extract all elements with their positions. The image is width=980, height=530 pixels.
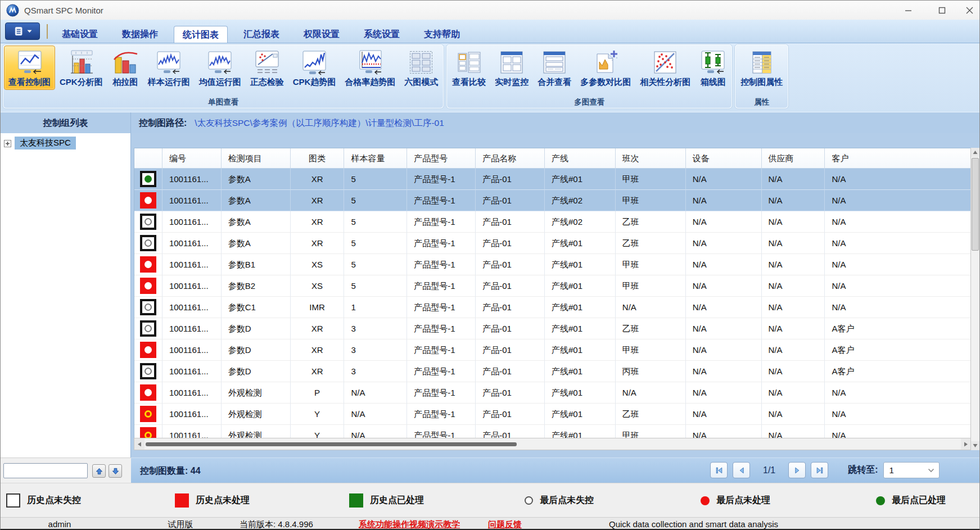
app-menu-button[interactable] [5,22,40,40]
table-row[interactable]: 1001161...参数B1XS5产品型号-1产品-01产线#01甲班N/AN/… [134,254,971,275]
menu-tab[interactable]: 支持帮助 [416,26,468,43]
minimize-button[interactable] [895,1,922,20]
maximize-button[interactable] [928,1,955,20]
ribbon-button[interactable]: 相关性分析图 [635,46,695,90]
table-row[interactable]: 1001161...参数AXR5产品型号-1产品-01产线#01甲班N/AN/A… [134,169,971,190]
table-cell: 5 [344,169,407,190]
table-row[interactable]: 1001161...参数DXR3产品型号-1产品-01产线#01丙班N/AN/A… [134,361,971,382]
column-header[interactable]: 班次 [616,148,686,169]
ribbon-button[interactable]: 正态检验 [246,46,288,90]
menu-tab[interactable]: 权限设置 [295,26,348,43]
close-button[interactable] [959,1,980,20]
vertical-scrollbar[interactable] [970,148,979,450]
table-cell: 产品型号-1 [407,339,476,361]
table-cell: 参数A [222,169,291,190]
table-row[interactable]: 1001161...参数C1IMR1产品型号-1产品-01产线#01N/AN/A… [134,297,971,318]
jump-page-select[interactable]: 1 [883,462,940,478]
vertical-scroll-thumb[interactable] [972,158,979,251]
table-row[interactable]: 1001161...外观检测YN/A产品型号-1产品-01产线#01乙班N/AN… [134,404,971,425]
table-cell: N/A [686,297,762,318]
column-header[interactable]: 产品名称 [476,148,545,169]
menu-tab[interactable]: 系统设置 [355,26,408,43]
ribbon-button[interactable]: 控制图属性 [736,46,787,90]
ribbon-button[interactable]: CPK趋势图 [288,46,341,90]
table-cell: 1001161... [162,404,222,425]
table-cell: N/A [686,275,762,297]
control-group-list-title: 控制组列表 [1,112,131,134]
ribbon-button[interactable]: 箱线图 [695,46,731,90]
ribbon-button[interactable]: CPK分析图 [55,46,107,90]
ribbon-button[interactable]: 均值运行图 [195,46,246,90]
ribbon-button[interactable]: 多参数对比图 [576,46,635,90]
column-header[interactable]: 设备 [686,148,762,169]
status-icon [140,427,156,438]
scroll-right-icon[interactable] [961,438,971,450]
table-cell: 产线#02 [545,190,616,211]
first-page-button[interactable] [710,462,728,478]
horizontal-scrollbar[interactable] [134,438,972,450]
table-cell: XR [291,339,345,361]
tree-expand-icon[interactable] [4,139,11,147]
ribbon-button[interactable]: 查看比较 [448,46,490,90]
table-row[interactable]: 1001161...外观检测PN/A产品型号-1产品-01产线#01N/AN/A… [134,382,971,404]
column-header[interactable]: 客户 [825,148,971,169]
column-header[interactable]: 供应商 [762,148,825,169]
column-header[interactable]: 检测项目 [222,148,291,169]
column-header[interactable]: 样本容量 [344,148,407,169]
scroll-up-icon[interactable] [971,148,979,157]
table-cell: 乙班 [616,233,686,254]
move-down-button[interactable] [109,464,122,478]
table-cell: XR [291,211,345,233]
next-page-button[interactable] [788,462,806,478]
column-header[interactable]: 产品型号 [407,148,476,169]
table-cell: 产线#01 [545,425,616,438]
tree-node-label[interactable]: 太友科技SPC [15,137,76,150]
table-cell: P [291,382,345,404]
table-cell: N/A [686,404,762,425]
table-cell: 参数D [222,318,291,339]
ribbon-button[interactable]: 实时监控 [490,46,533,90]
prev-page-button[interactable] [733,462,750,478]
table-row[interactable]: 1001161...参数AXR5产品型号-1产品-01产线#02乙班N/AN/A… [134,211,971,233]
menu-tab[interactable]: 基础设置 [53,26,106,43]
ribbon-button[interactable]: 查看控制图 [4,46,55,90]
control-group-tree: 太友科技SPC [1,133,131,457]
scroll-left-icon[interactable] [134,438,144,450]
last-page-button[interactable] [811,462,828,478]
ribbon-button[interactable]: 合格率趋势图 [340,46,400,90]
table-cell: 参数C1 [222,297,291,318]
column-header[interactable]: 产线 [545,148,616,169]
menu-tab[interactable]: 汇总报表 [235,26,288,43]
table-cell: N/A [686,425,762,438]
column-header[interactable] [134,148,162,169]
feedback-link[interactable]: 问题反馈 [488,518,522,530]
column-header[interactable]: 图类 [291,148,345,169]
ribbon-button[interactable]: 六图模式 [400,46,442,90]
tree-filter-input[interactable] [3,463,88,478]
table-cell: 产线#01 [545,318,616,339]
table-cell: 产品-01 [476,233,545,254]
ribbon-button[interactable]: 柏拉图 [107,46,143,90]
table-row[interactable]: 1001161...外观检测YN/A产品型号-1产品-01产线#01甲班N/AN… [134,425,971,438]
column-header[interactable]: 编号 [162,148,222,169]
menu-tab[interactable]: 数据操作 [114,26,166,43]
chart-properties-icon [748,49,775,76]
table-row[interactable]: 1001161...参数DXR3产品型号-1产品-01产线#01乙班N/AN/A… [134,318,971,339]
ribbon-button[interactable]: 合并查看 [533,46,576,90]
ribbon-button[interactable]: 样本运行图 [143,46,195,90]
table-cell: N/A [686,339,762,361]
table-row[interactable]: 1001161...参数DXR3产品型号-1产品-01产线#01甲班N/AN/A… [134,339,971,361]
tree-node-root[interactable]: 太友科技SPC [1,133,130,150]
six-chart-mode-icon [408,49,435,76]
table-row[interactable]: 1001161...参数AXR5产品型号-1产品-01产线#01乙班N/AN/A… [134,233,971,254]
move-up-button[interactable] [92,464,106,478]
menu-tab[interactable]: 统计图表 [174,26,228,43]
merge-view-icon [541,49,568,76]
status-legend: 历史点未失控历史点未处理历史点已处理最后点未失控最后点未处理最后点已处理 [1,483,979,517]
table-row[interactable]: 1001161...参数B2XS5产品型号-1产品-01产线#01甲班N/AN/… [134,275,971,297]
video-tutorial-link[interactable]: 系统功能操作视频演示教学 [359,518,460,530]
horizontal-scroll-thumb[interactable] [146,442,517,446]
scroll-down-icon[interactable] [971,441,979,450]
table-row[interactable]: 1001161...参数AXR5产品型号-1产品-01产线#02甲班N/AN/A… [134,190,971,211]
table-cell: 产品型号-1 [407,169,476,190]
